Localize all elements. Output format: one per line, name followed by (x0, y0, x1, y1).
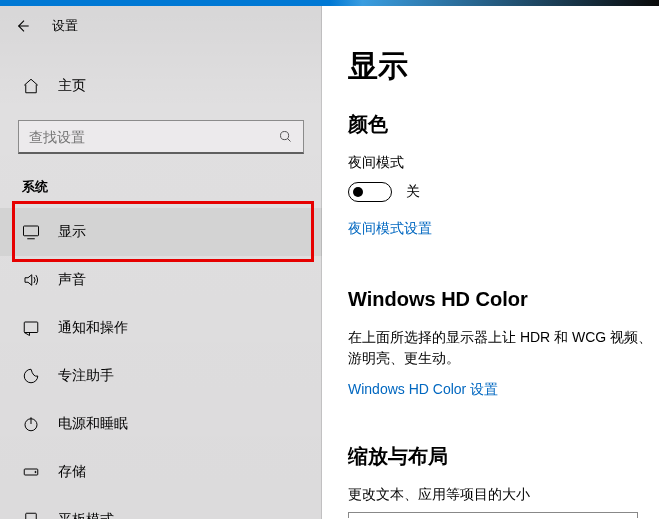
sidebar-home-label: 主页 (58, 77, 86, 95)
scale-dropdown[interactable] (348, 512, 638, 518)
search-input[interactable] (29, 129, 278, 145)
arrow-left-icon (14, 18, 30, 34)
back-button[interactable] (6, 10, 38, 42)
search-icon (278, 129, 293, 144)
page-title: 显示 (348, 46, 659, 87)
sidebar-item-label: 显示 (58, 223, 86, 241)
sidebar-item-sound[interactable]: 声音 (0, 256, 322, 304)
sidebar-item-focus[interactable]: 专注助手 (0, 352, 322, 400)
sidebar-item-label: 通知和操作 (58, 319, 128, 337)
sidebar: 设置 主页 系统 (0, 6, 322, 519)
sidebar-item-storage[interactable]: 存储 (0, 448, 322, 496)
power-icon (22, 415, 40, 433)
hdr-settings-link[interactable]: Windows HD Color 设置 (348, 381, 498, 399)
app-title: 设置 (52, 17, 78, 35)
tablet-icon (22, 511, 40, 519)
sidebar-list: 显示 声音 通知和操作 专注 (0, 208, 322, 519)
content-pane: 显示 颜色 夜间模式 关 夜间模式设置 Windows HD Color 在上面… (322, 6, 659, 519)
notification-icon (22, 319, 40, 337)
hdr-description: 在上面所选择的显示器上让 HDR 和 WCG 视频、游明亮、更生动。 (348, 327, 659, 369)
sidebar-item-display[interactable]: 显示 (0, 208, 322, 256)
toggle-knob (353, 187, 363, 197)
night-mode-toggle[interactable] (348, 182, 392, 202)
sound-icon (22, 271, 40, 289)
night-mode-state: 关 (406, 183, 420, 201)
sidebar-item-label: 电源和睡眠 (58, 415, 128, 433)
sidebar-item-tablet[interactable]: 平板模式 (0, 496, 322, 519)
sidebar-item-label: 专注助手 (58, 367, 114, 385)
section-hdr: Windows HD Color (348, 288, 659, 311)
sidebar-item-power[interactable]: 电源和睡眠 (0, 400, 322, 448)
focus-icon (22, 367, 40, 385)
section-color: 颜色 (348, 111, 659, 138)
scale-change-label: 更改文本、应用等项目的大小 (348, 486, 659, 504)
svg-rect-1 (24, 226, 39, 236)
sidebar-item-label: 存储 (58, 463, 86, 481)
svg-rect-2 (24, 322, 38, 333)
section-scale: 缩放与布局 (348, 443, 659, 470)
svg-point-5 (35, 471, 36, 472)
night-mode-label: 夜间模式 (348, 154, 659, 172)
display-icon (22, 223, 40, 241)
search-box[interactable] (18, 120, 304, 154)
sidebar-section-title: 系统 (0, 158, 322, 208)
storage-icon (22, 463, 40, 481)
sidebar-item-label: 平板模式 (58, 511, 114, 519)
sidebar-item-notifications[interactable]: 通知和操作 (0, 304, 322, 352)
home-icon (22, 77, 40, 95)
night-mode-settings-link[interactable]: 夜间模式设置 (348, 220, 432, 238)
sidebar-home[interactable]: 主页 (0, 64, 322, 108)
sidebar-item-label: 声音 (58, 271, 86, 289)
svg-rect-6 (26, 513, 37, 519)
